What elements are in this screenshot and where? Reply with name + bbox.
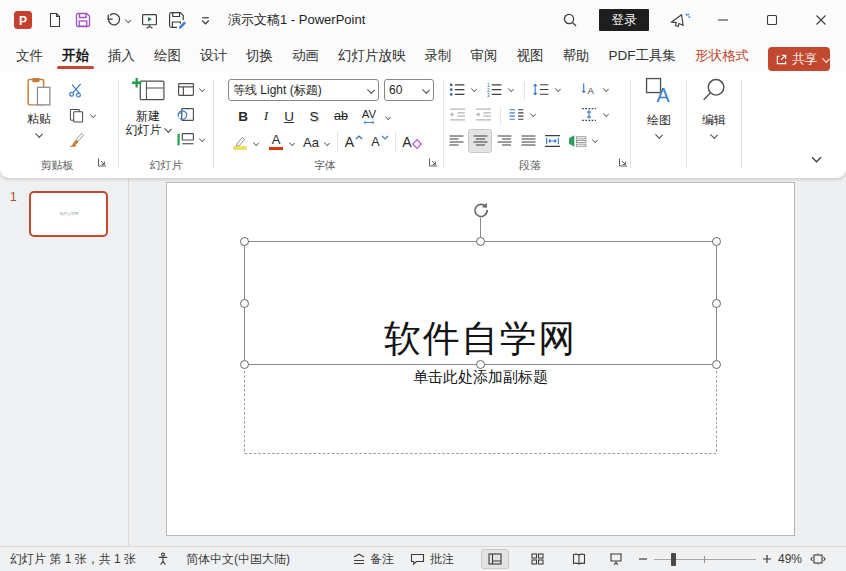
tab-home[interactable]: 开始	[62, 40, 89, 72]
paragraph-dialog-launcher[interactable]	[618, 157, 629, 168]
undo-dropdown-chevron[interactable]	[124, 11, 132, 29]
zoom-slider-thumb[interactable]	[671, 553, 676, 566]
format-painter-button[interactable]	[64, 130, 88, 150]
numbering-chevron[interactable]	[506, 84, 516, 94]
columns-button[interactable]	[506, 105, 526, 123]
new-slide-button[interactable]: 新建 幻灯片	[122, 77, 174, 137]
distribute-columns-button[interactable]	[541, 130, 563, 152]
text-direction-button[interactable]: A	[578, 80, 600, 98]
maximize-button[interactable]	[749, 0, 795, 40]
tab-animations[interactable]: 动画	[292, 40, 319, 72]
change-case-button[interactable]: Aa	[300, 130, 322, 154]
bullets-button[interactable]	[447, 80, 467, 98]
new-file-icon[interactable]	[46, 11, 64, 29]
decrease-indent-button[interactable]	[447, 105, 467, 123]
font-dialog-launcher[interactable]	[428, 157, 439, 168]
title-textbox[interactable]: 软件自学网	[244, 241, 717, 365]
rotate-handle[interactable]	[472, 201, 490, 219]
drawing-button[interactable]: A 绘图	[634, 77, 684, 138]
copy-button[interactable]	[64, 105, 88, 125]
zoom-out-button[interactable]	[638, 547, 648, 571]
slide-canvas[interactable]: 单击此处添加副标题 软件自学网	[166, 182, 795, 536]
italic-button[interactable]: I	[257, 104, 275, 128]
reading-view-button[interactable]	[565, 549, 593, 569]
slide-title-text[interactable]: 软件自学网	[245, 318, 716, 360]
justify-button[interactable]	[518, 130, 538, 152]
highlight-chevron[interactable]	[251, 138, 261, 148]
reset-slide-button[interactable]	[176, 105, 196, 123]
resize-handle-ne[interactable]	[712, 237, 721, 246]
slideshow-view-button[interactable]	[602, 549, 630, 569]
font-color-button[interactable]: A	[266, 130, 286, 154]
slide-thumbnail[interactable]: 软件自学网	[29, 191, 108, 237]
font-color-chevron[interactable]	[287, 138, 297, 148]
zoom-slider-track[interactable]	[654, 559, 756, 560]
resize-handle-se[interactable]	[712, 360, 721, 369]
save-icon[interactable]	[74, 11, 92, 29]
align-text-button[interactable]	[578, 105, 600, 123]
save-as-icon[interactable]	[168, 11, 188, 29]
text-direction-chevron[interactable]	[601, 84, 611, 94]
align-center-button[interactable]	[468, 129, 492, 153]
start-slideshow-icon[interactable]	[140, 11, 158, 29]
slide-layout-button[interactable]	[176, 80, 196, 98]
tab-transitions[interactable]: 切换	[246, 40, 273, 72]
font-name-combo[interactable]: 等线 Light (标题)	[228, 79, 379, 101]
tab-pdf-tools[interactable]: PDF工具集	[609, 40, 677, 72]
collapse-ribbon-chevron[interactable]	[808, 152, 824, 166]
tab-insert[interactable]: 插入	[108, 40, 135, 72]
smartart-chevron[interactable]	[590, 135, 600, 145]
tab-file[interactable]: 文件	[16, 40, 43, 72]
paste-button[interactable]: 粘贴	[16, 77, 62, 137]
align-right-button[interactable]	[494, 130, 514, 152]
resize-handle-e[interactable]	[712, 299, 721, 308]
search-icon[interactable]	[561, 11, 579, 29]
copy-dropdown-chevron[interactable]	[88, 110, 98, 120]
minimize-button[interactable]	[700, 0, 746, 40]
align-text-chevron[interactable]	[601, 109, 611, 119]
accessibility-icon[interactable]	[156, 547, 170, 571]
convert-smartart-button[interactable]	[565, 130, 589, 152]
subtitle-placeholder[interactable]: 单击此处添加副标题	[244, 364, 717, 454]
share-button[interactable]: 共享	[768, 47, 830, 71]
char-spacing-chevron[interactable]	[383, 112, 393, 122]
zoom-level[interactable]: 49%	[778, 547, 802, 571]
login-button[interactable]: 登录	[599, 9, 649, 31]
resize-handle-n[interactable]	[476, 237, 485, 246]
clear-formatting-button[interactable]: A	[399, 130, 425, 154]
line-spacing-button[interactable]	[530, 80, 552, 98]
tab-slideshow[interactable]: 幻灯片放映	[338, 40, 406, 72]
notes-toggle[interactable]: 备注	[370, 547, 394, 571]
change-case-chevron[interactable]	[322, 138, 332, 148]
cut-button[interactable]	[64, 80, 88, 100]
font-size-combo[interactable]: 60	[384, 79, 434, 101]
undo-icon[interactable]	[104, 11, 122, 29]
increase-indent-button[interactable]	[473, 105, 493, 123]
tab-design[interactable]: 设计	[200, 40, 227, 72]
increase-font-button[interactable]: A	[342, 130, 366, 154]
resize-handle-w[interactable]	[240, 299, 249, 308]
bold-button[interactable]: B	[232, 104, 254, 128]
section-dropdown-chevron[interactable]	[197, 134, 207, 144]
editing-button[interactable]: 编辑	[690, 77, 738, 138]
clipboard-dialog-launcher[interactable]	[97, 157, 108, 168]
tab-view[interactable]: 视图	[517, 40, 544, 72]
underline-button[interactable]: U	[278, 104, 300, 128]
quick-access-more-icon[interactable]	[199, 11, 211, 29]
align-left-button[interactable]	[446, 130, 466, 152]
columns-chevron[interactable]	[528, 109, 538, 119]
resize-handle-nw[interactable]	[240, 237, 249, 246]
section-button[interactable]	[176, 130, 196, 148]
tab-shape-format[interactable]: 形状格式	[695, 40, 749, 72]
close-button[interactable]	[798, 0, 844, 40]
language-status[interactable]: 简体中文(中国大陆)	[186, 547, 290, 571]
numbering-button[interactable]: 123	[484, 80, 504, 98]
tab-record[interactable]: 录制	[425, 40, 452, 72]
fit-slide-to-window-button[interactable]	[810, 547, 826, 571]
bullets-chevron[interactable]	[469, 84, 479, 94]
slide-sorter-view-button[interactable]	[523, 549, 551, 569]
feedback-megaphone-icon[interactable]	[668, 11, 692, 29]
resize-handle-s[interactable]	[476, 360, 485, 369]
highlight-color-button[interactable]	[230, 130, 250, 154]
decrease-font-button[interactable]: A	[368, 130, 392, 154]
